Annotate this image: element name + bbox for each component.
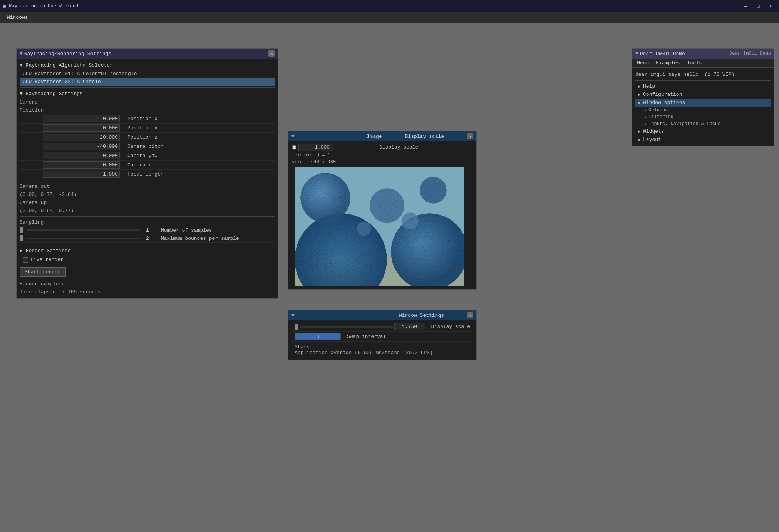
param-row-1: Position y bbox=[20, 124, 275, 133]
algorithm-selector-header[interactable]: ▼ Raytracing Algorithm Selector bbox=[20, 61, 275, 70]
svg-point-28 bbox=[402, 236, 403, 237]
start-render-button[interactable]: Start render bbox=[20, 267, 66, 277]
sampling-label: Sampling bbox=[20, 218, 275, 226]
image-render-title-bar[interactable]: ▼ Image Display scale ✕ bbox=[288, 131, 476, 141]
param-input-2[interactable] bbox=[43, 134, 120, 141]
algo-item-0[interactable]: CPU Raytracer 01: A Colorful rectangle bbox=[20, 70, 275, 78]
demo-corner-indicator: ▼ bbox=[635, 51, 638, 57]
ws-swap-interval-label: Swap interval bbox=[347, 334, 386, 340]
svg-point-24 bbox=[433, 244, 434, 244]
window-controls: ─ □ ✕ bbox=[740, 2, 776, 10]
slider-track-1[interactable] bbox=[27, 238, 140, 239]
tree-arrow-window-options: ▶ bbox=[638, 100, 641, 105]
demo-menu-tools[interactable]: Tools bbox=[684, 59, 705, 67]
tree-item-help[interactable]: ▶ Help bbox=[635, 82, 771, 90]
image-scale-display-row: 📋 1.000 Display scale bbox=[291, 143, 473, 152]
tree-arrow-layout: ▶ bbox=[638, 137, 641, 142]
demo-title-bar[interactable]: ▼ Dear ImGui Demo Dear ImGui Demo bbox=[632, 49, 774, 59]
close-window-button[interactable]: ✕ bbox=[765, 2, 776, 10]
tree-item-layout[interactable]: ▶ Layout bbox=[635, 136, 771, 144]
slider-track-0[interactable] bbox=[27, 229, 140, 231]
slider-value-1: 2 bbox=[142, 236, 153, 241]
param-input-4[interactable] bbox=[43, 152, 120, 159]
algo-item-1[interactable]: CPU Raytracer 02: A Circle bbox=[20, 78, 275, 86]
live-render-label: Live render bbox=[30, 257, 64, 263]
svg-point-13 bbox=[329, 232, 330, 233]
live-render-row: Live render bbox=[20, 255, 275, 264]
param-input-6[interactable] bbox=[43, 171, 120, 178]
param-row-4: Camera yaw bbox=[20, 151, 275, 161]
settings-title-bar[interactable]: ▼ Raytracing/Rendering Settings ✕ bbox=[17, 49, 278, 59]
svg-point-5 bbox=[420, 177, 447, 204]
sub-panel-filtering[interactable]: ▶ Filtering bbox=[642, 114, 771, 120]
svg-point-35 bbox=[340, 197, 341, 198]
time-elapsed: Time elapsed: 7.165 seconds bbox=[20, 288, 275, 296]
svg-point-29 bbox=[410, 244, 410, 244]
param-input-0[interactable] bbox=[43, 115, 120, 122]
ws-swap-interval-value[interactable]: 3 bbox=[295, 333, 341, 340]
param-label-3: Camera pitch bbox=[127, 144, 164, 149]
ws-title: Window Settings bbox=[399, 313, 444, 318]
ws-display-scale-track[interactable] bbox=[300, 326, 393, 328]
svg-point-16 bbox=[331, 263, 332, 264]
param-input-3[interactable] bbox=[43, 143, 120, 150]
demo-greeting: dear imgui says hello. (1.78 WIP) bbox=[635, 70, 771, 79]
raytracing-settings-label: ▼ Raytracing Settings bbox=[20, 91, 83, 97]
slider-thumb-1[interactable] bbox=[20, 235, 23, 241]
settings-close-button[interactable]: ✕ bbox=[268, 50, 275, 57]
param-input-5[interactable] bbox=[43, 161, 120, 169]
slider-thumb-0[interactable] bbox=[20, 227, 23, 233]
tree-item-configuration[interactable]: ▶ Configuration bbox=[635, 90, 771, 99]
svg-point-25 bbox=[441, 232, 441, 233]
tree-item-window-options[interactable]: ▶ Window options bbox=[635, 99, 771, 107]
demo-menu-examples[interactable]: Examples bbox=[653, 59, 683, 67]
sub-panel-inputs[interactable]: ▶ Inputs, Navigation & Focus bbox=[642, 120, 771, 127]
param-label-6: Focal length bbox=[127, 171, 164, 177]
maximize-button[interactable]: □ bbox=[753, 2, 764, 10]
param-input-1[interactable] bbox=[43, 124, 120, 132]
camera-out-value: (0.00, 0.77, -0.64) bbox=[20, 191, 275, 199]
tree-item-widgets[interactable]: ▶ Widgets bbox=[635, 127, 771, 136]
image-render-window: ▼ Image Display scale ✕ 📋 1.000 Display … bbox=[288, 131, 477, 290]
svg-point-12 bbox=[315, 251, 316, 252]
stats-section: Stats: Application average 50.026 ms/fra… bbox=[291, 342, 473, 358]
live-render-checkbox[interactable] bbox=[23, 257, 28, 263]
sub-panel-columns[interactable]: ▶ Columns bbox=[642, 107, 771, 114]
raytracing-settings-header[interactable]: ▼ Raytracing Settings bbox=[20, 89, 275, 98]
image-render-close[interactable]: ✕ bbox=[467, 133, 473, 139]
svg-point-30 bbox=[425, 251, 426, 252]
ws-close-button[interactable]: ✕ bbox=[467, 312, 473, 318]
image-render-arrow: ▼ bbox=[291, 134, 295, 139]
tree-arrow-widgets: ▶ bbox=[638, 129, 641, 134]
svg-point-10 bbox=[312, 236, 312, 237]
tree-arrow-help: ▶ bbox=[638, 84, 641, 89]
display-scale-header: Display scale bbox=[405, 134, 444, 139]
spheres-svg bbox=[295, 167, 464, 286]
ws-display-scale-row: 1.750 Display scale bbox=[291, 322, 473, 332]
ws-body: 1.750 Display scale 3 Swap interval Stat… bbox=[288, 320, 476, 360]
camera-up-value: (0.00, 0.64, 0.77) bbox=[20, 207, 275, 215]
param-row-5: Camera roll bbox=[20, 161, 275, 170]
svg-point-26 bbox=[448, 240, 449, 241]
texture-id: Texture ID = 1 bbox=[291, 152, 473, 159]
stats-label: Stats: bbox=[295, 344, 470, 350]
camera-out-label: Camera out bbox=[20, 182, 275, 191]
display-scale-value[interactable]: 1.000 bbox=[298, 144, 333, 151]
ws-title-bar[interactable]: ▼ Window Settings ✕ bbox=[288, 310, 476, 320]
menu-windows[interactable]: Windows bbox=[3, 13, 32, 22]
svg-point-33 bbox=[387, 213, 387, 214]
camera-label: Camera bbox=[20, 98, 275, 106]
ws-display-scale-value[interactable]: 1.750 bbox=[394, 323, 425, 330]
param-row-6: Focal length bbox=[20, 170, 275, 179]
slider-label-0: Number of samples bbox=[161, 228, 275, 233]
ws-swap-interval-row: 3 Swap interval bbox=[291, 332, 473, 342]
app-icon: ▣ bbox=[3, 3, 6, 9]
demo-menu-menu[interactable]: Menu bbox=[634, 59, 652, 67]
sub-panels: ▶ Columns ▶ Filtering ▶ Inputs, Navigati… bbox=[635, 107, 771, 127]
settings-body: ▼ Raytracing Algorithm Selector CPU Rayt… bbox=[17, 59, 278, 298]
ws-display-scale-slider[interactable] bbox=[295, 324, 298, 330]
render-settings-header[interactable]: ▶ Render Settings bbox=[20, 246, 275, 255]
param-row-3: Camera pitch bbox=[20, 142, 275, 151]
minimize-button[interactable]: ─ bbox=[740, 2, 751, 10]
param-label-4: Camera yaw bbox=[127, 153, 157, 159]
